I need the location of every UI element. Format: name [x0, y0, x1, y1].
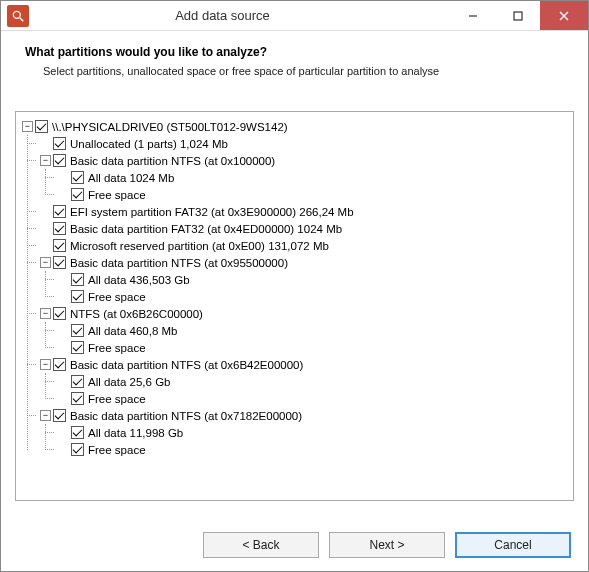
checkbox[interactable] [53, 358, 66, 371]
tree-item-label[interactable]: All data 1024 Mb [87, 172, 174, 184]
tree-item-label[interactable]: \\.\PHYSICALDRIVE0 (ST500LT012-9WS142) [51, 121, 288, 133]
checkbox[interactable] [53, 154, 66, 167]
page-title: What partitions would you like to analyz… [25, 45, 564, 59]
tree-item-label[interactable]: Microsoft reserved partition (at 0xE00) … [69, 240, 329, 252]
tree-item-label[interactable]: NTFS (at 0x6B26C00000) [69, 308, 203, 320]
checkbox[interactable] [71, 375, 84, 388]
tree-item-label[interactable]: Basic data partition FAT32 (at 0x4ED0000… [69, 223, 342, 235]
close-button[interactable] [540, 1, 588, 30]
partition-tree: −\\.\PHYSICALDRIVE0 (ST500LT012-9WS142)U… [20, 118, 569, 458]
tree-item-label[interactable]: Free space [87, 393, 146, 405]
tree-item-label[interactable]: Free space [87, 291, 146, 303]
checkbox[interactable] [71, 392, 84, 405]
collapse-icon[interactable]: − [40, 257, 51, 268]
maximize-button[interactable] [495, 1, 540, 30]
checkbox[interactable] [53, 137, 66, 150]
wizard-footer: < Back Next > Cancel [0, 518, 589, 572]
checkbox[interactable] [71, 188, 84, 201]
tree-item-label[interactable]: Basic data partition NTFS (at 0x7182E000… [69, 410, 302, 422]
checkbox[interactable] [71, 443, 84, 456]
collapse-icon[interactable]: − [40, 308, 51, 319]
tree-item-label[interactable]: Free space [87, 189, 146, 201]
wizard-header: What partitions would you like to analyz… [1, 31, 588, 81]
tree-item-label[interactable]: Basic data partition NTFS (at 0x6B42E000… [69, 359, 303, 371]
collapse-icon[interactable]: − [40, 410, 51, 421]
collapse-icon[interactable]: − [40, 359, 51, 370]
partition-tree-panel: −\\.\PHYSICALDRIVE0 (ST500LT012-9WS142)U… [15, 111, 574, 501]
checkbox[interactable] [53, 409, 66, 422]
tree-item-label[interactable]: All data 436,503 Gb [87, 274, 190, 286]
titlebar: Add data source [1, 1, 588, 31]
checkbox[interactable] [53, 256, 66, 269]
checkbox[interactable] [71, 290, 84, 303]
checkbox[interactable] [71, 273, 84, 286]
tree-item-label[interactable]: Basic data partition NTFS (at 0x100000) [69, 155, 275, 167]
tree-item-label[interactable]: EFI system partition FAT32 (at 0x3E90000… [69, 206, 354, 218]
cancel-button[interactable]: Cancel [455, 532, 571, 558]
checkbox[interactable] [71, 426, 84, 439]
checkbox[interactable] [71, 341, 84, 354]
collapse-icon[interactable]: − [40, 155, 51, 166]
tree-item-label[interactable]: Unallocated (1 parts) 1,024 Mb [69, 138, 228, 150]
checkbox[interactable] [53, 205, 66, 218]
svg-rect-3 [514, 12, 522, 20]
window-title: Add data source [0, 8, 450, 23]
checkbox[interactable] [35, 120, 48, 133]
minimize-button[interactable] [450, 1, 495, 30]
checkbox[interactable] [71, 324, 84, 337]
checkbox[interactable] [53, 307, 66, 320]
collapse-icon[interactable]: − [22, 121, 33, 132]
tree-item-label[interactable]: Free space [87, 444, 146, 456]
page-subtitle: Select partitions, unallocated space or … [25, 65, 564, 77]
tree-item-label[interactable]: Free space [87, 342, 146, 354]
window-controls [450, 1, 588, 30]
checkbox[interactable] [71, 171, 84, 184]
tree-item-label[interactable]: All data 25,6 Gb [87, 376, 170, 388]
next-button[interactable]: Next > [329, 532, 445, 558]
checkbox[interactable] [53, 222, 66, 235]
back-button[interactable]: < Back [203, 532, 319, 558]
checkbox[interactable] [53, 239, 66, 252]
tree-item-label[interactable]: All data 11,998 Gb [87, 427, 183, 439]
tree-item-label[interactable]: All data 460,8 Mb [87, 325, 178, 337]
tree-item-label[interactable]: Basic data partition NTFS (at 0x95500000… [69, 257, 288, 269]
